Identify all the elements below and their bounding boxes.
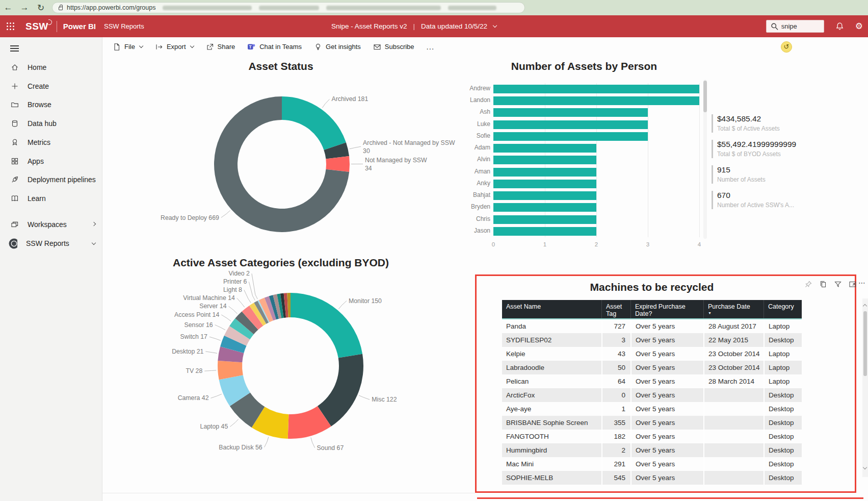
- sidebar-item-data-hub[interactable]: Data hub: [0, 116, 102, 131]
- back-icon[interactable]: ←: [0, 3, 16, 13]
- sidebar-item-deployment-pipelines[interactable]: Deployment pipelines: [0, 172, 102, 187]
- pin-icon[interactable]: [804, 280, 812, 288]
- table-row-sydfilesp02[interactable]: SYDFILESP023Over 5 years22 May 2015Deskt…: [502, 333, 802, 347]
- table-row-hummingbird[interactable]: Hummingbird2Over 5 yearsDesktop: [502, 443, 802, 457]
- visual-header-icons: [804, 280, 857, 288]
- toolbar-export-button[interactable]: Export: [155, 43, 194, 51]
- layers-icon: [10, 220, 19, 229]
- kpi-card[interactable]: $434,585.42Total $ of Active Assets: [712, 114, 819, 133]
- bar-aman[interactable]: [493, 168, 596, 177]
- table-header-expired-purchase-date-[interactable]: Expired Purchase Date?: [630, 300, 703, 318]
- page-scrollbar-thumb[interactable]: [863, 311, 867, 376]
- sidebar-item-learn[interactable]: Learn: [0, 191, 102, 206]
- focus-mode-icon[interactable]: [849, 280, 857, 288]
- sidebar-item-workspaces[interactable]: Workspaces: [0, 217, 102, 232]
- kpi-card[interactable]: 670Number of Active SSW's A...: [712, 191, 819, 209]
- table-row-aye-aye[interactable]: Aye-aye1Over 5 yearsDesktop: [502, 402, 802, 416]
- table-cell: 23 October 2014: [703, 361, 764, 374]
- bar-jason[interactable]: [493, 227, 596, 236]
- bar-category-label: Andrew: [462, 85, 490, 92]
- table-row-fangtooth[interactable]: FANGTOOTH182Over 5 yearsDesktop: [502, 430, 802, 443]
- filter-icon[interactable]: [834, 280, 842, 288]
- ssw-logo[interactable]: SSW: [25, 21, 48, 32]
- table-cell: 2: [601, 443, 630, 457]
- bar-luke[interactable]: [493, 120, 648, 129]
- table-row-pelican[interactable]: Pelican64Over 5 years28 March 2014Laptop: [502, 374, 802, 388]
- table-cell: Over 5 years: [630, 402, 703, 416]
- table-cell: 43: [601, 347, 630, 361]
- table-header-category[interactable]: Category: [764, 300, 802, 318]
- table-row-arcticfox[interactable]: ArcticFox0Over 5 yearsDesktop: [502, 388, 802, 402]
- bar-anky[interactable]: [493, 180, 596, 188]
- machines-table: Asset NameAsset TagExpired Purchase Date…: [502, 300, 802, 485]
- toolbar-more-options[interactable]: ...: [427, 42, 435, 51]
- waffle-menu-icon[interactable]: [7, 22, 14, 30]
- kpi-card[interactable]: $55,492.41999999999Total $ of BYOD Asset…: [712, 140, 819, 158]
- toolbar-chat-in-teams-button[interactable]: TChat in Teams: [247, 42, 302, 51]
- kpi-label: Total $ of BYOD Assets: [717, 151, 796, 158]
- data-updated[interactable]: Data updated 10/5/22: [421, 22, 487, 30]
- sort-desc-icon: ▼: [708, 311, 764, 315]
- table-row-kelpie[interactable]: Kelpie43Over 5 years23 October 2014Lapto…: [502, 347, 802, 361]
- table-row-mac-mini[interactable]: Mac Mini291Over 5 yearsDesktop: [502, 457, 802, 471]
- hamburger-menu-icon[interactable]: [10, 45, 19, 54]
- kpi-card[interactable]: 915Number of Assets: [712, 165, 819, 184]
- bar-bryden[interactable]: [493, 203, 596, 212]
- address-bar[interactable]: https://app.powerbi.com/groups: [52, 2, 525, 13]
- svg-text:T: T: [249, 44, 252, 49]
- sidebar-item-metrics[interactable]: Metrics: [0, 135, 102, 150]
- notifications-bell-icon[interactable]: [835, 22, 844, 31]
- search-input[interactable]: [781, 22, 817, 30]
- refresh-status-icon[interactable]: ↺: [781, 41, 792, 53]
- sidebar-item-browse[interactable]: Browse: [0, 97, 102, 112]
- toolbar-subscribe-button[interactable]: Subscribe: [373, 43, 414, 51]
- sidebar-item-home[interactable]: Home: [0, 60, 102, 75]
- copy-icon[interactable]: [819, 280, 827, 288]
- bar-chart-scrollbar-thumb[interactable]: [703, 81, 707, 112]
- kpi-value: $55,492.41999999999: [717, 140, 796, 149]
- table-row-brisbane-sophie-screen[interactable]: BRISBANE Sophie Screen355Over 5 yearsDes…: [502, 416, 802, 430]
- settings-gear-icon[interactable]: ⚙: [855, 22, 863, 31]
- table-header-asset-tag[interactable]: Asset Tag: [601, 300, 630, 318]
- sidebar-item-ssw-reports[interactable]: SSW Reports: [0, 236, 102, 251]
- search-box[interactable]: [766, 20, 824, 33]
- toolbar-share-button[interactable]: Share: [206, 43, 235, 51]
- bar-category-label: Jason: [462, 227, 490, 234]
- table-row-labradoodle[interactable]: Labradoodle50Over 5 years23 October 2014…: [502, 361, 802, 374]
- bar-andrew[interactable]: [493, 85, 699, 93]
- bar-landon[interactable]: [493, 96, 699, 105]
- toolbar-file-button[interactable]: File: [113, 43, 143, 51]
- sidebar-item-create[interactable]: Create: [0, 79, 102, 94]
- bar-category-label: Bryden: [462, 203, 490, 210]
- toolbar-get-insights-button[interactable]: Get insights: [314, 43, 361, 51]
- bar-sofie[interactable]: [493, 132, 648, 141]
- rocket-icon: [10, 176, 19, 184]
- bar-bahjat[interactable]: [493, 191, 596, 200]
- bar-chart-scrollbar[interactable]: [703, 80, 707, 239]
- bar-adam[interactable]: [493, 144, 596, 153]
- x-axis-tick: 3: [643, 241, 653, 247]
- kpi-accent-bar: [712, 114, 713, 133]
- table-row-sophie-melb[interactable]: SOPHIE-MELB545Over 5 yearsDesktop: [502, 471, 802, 485]
- canvas-bottom-edge: [102, 493, 475, 493]
- table-cell: Over 5 years: [630, 416, 703, 430]
- refresh-icon[interactable]: ↻: [33, 3, 49, 13]
- table-header-purchase-date[interactable]: Purchase Date▼: [703, 300, 764, 318]
- kpi-label: Total $ of Active Assets: [717, 125, 780, 132]
- workspace-name[interactable]: SSW Reports: [104, 22, 144, 30]
- report-title-group: Snipe - Asset Reports v2 | Data updated …: [331, 15, 496, 37]
- powerbi-app-name[interactable]: Power BI: [63, 22, 96, 31]
- bar-ash[interactable]: [493, 108, 648, 117]
- table-row-panda[interactable]: Panda727Over 5 years28 August 2017Laptop: [502, 319, 802, 333]
- metrics-icon: [10, 138, 19, 146]
- bar-alvin[interactable]: [493, 156, 596, 164]
- sidebar-item-apps[interactable]: Apps: [0, 154, 102, 169]
- bar-chris[interactable]: [493, 215, 596, 224]
- folder-icon: [10, 101, 19, 109]
- forward-icon[interactable]: →: [16, 3, 33, 13]
- table-cell: Over 5 years: [630, 430, 703, 443]
- table-cell: 182: [601, 430, 630, 443]
- table-header-asset-name[interactable]: Asset Name: [502, 300, 601, 318]
- chevron-down-icon[interactable]: [493, 23, 497, 28]
- more-options-icon[interactable]: ⋯: [858, 279, 866, 287]
